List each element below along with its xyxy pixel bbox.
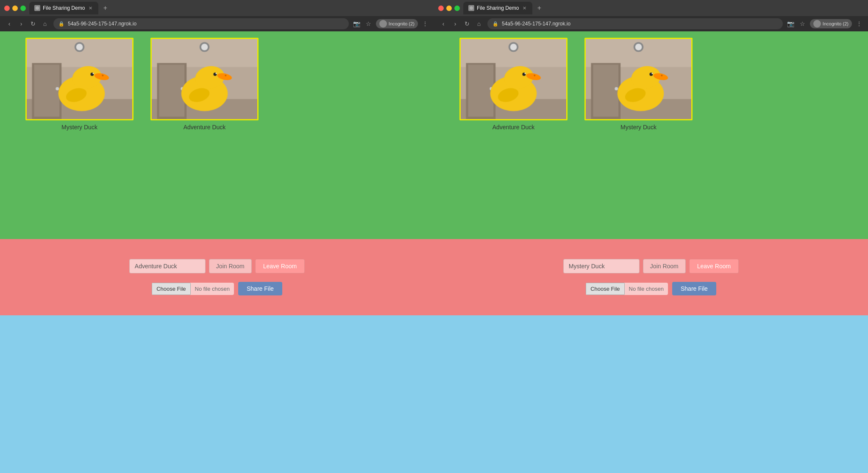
left-leave-btn[interactable]: Leave Room <box>255 259 305 273</box>
right-video-label-1: Adventure Duck <box>492 124 535 131</box>
left-video-item-1: Mystery Duck <box>25 38 134 131</box>
left-nav-buttons: ‹ › ↻ ⌂ <box>4 19 50 29</box>
right-incognito-icon <box>813 20 821 28</box>
left-lock-icon: 🔒 <box>58 21 64 27</box>
right-reload-btn[interactable]: ↻ <box>462 19 472 29</box>
right-bookmark-icon[interactable]: ☆ <box>798 19 807 28</box>
right-active-tab[interactable]: File Sharing Demo ✕ <box>463 2 532 14</box>
right-controls-section: Join Room Leave Room Choose File No file… <box>434 239 868 315</box>
right-forward-btn[interactable]: › <box>450 19 460 29</box>
left-reload-btn[interactable]: ↻ <box>28 19 38 29</box>
left-forward-btn[interactable]: › <box>16 19 26 29</box>
left-tab-favicon <box>34 5 40 11</box>
left-tab-title: File Sharing Demo <box>43 5 85 11</box>
right-join-btn[interactable]: Join Room <box>643 259 686 273</box>
svg-point-0 <box>36 6 39 10</box>
left-chat-section <box>0 315 434 473</box>
right-video-frame-2 <box>584 38 693 120</box>
left-video-frame-2 <box>150 38 259 120</box>
left-video-frame-1 <box>25 38 134 120</box>
left-menu-icon[interactable]: ⋮ <box>420 19 430 28</box>
right-tab-favicon <box>468 5 474 11</box>
left-tab-close-btn[interactable]: ✕ <box>87 5 93 11</box>
right-url-bar[interactable]: 🔒 54a5-96-245-175-147.ngrok.io <box>487 18 783 29</box>
left-room-input[interactable] <box>129 259 206 273</box>
right-chat-section <box>434 315 868 473</box>
left-title-bar: File Sharing Demo ✕ + <box>0 0 434 16</box>
left-video-label-1: Mystery Duck <box>61 124 97 131</box>
left-incognito-text: Incognito (2) <box>389 21 415 26</box>
right-incognito-badge[interactable]: Incognito (2) <box>810 19 852 28</box>
left-url-bar[interactable]: 🔒 54a5-96-245-175-147.ngrok.io <box>53 18 349 29</box>
left-browser-window: File Sharing Demo ✕ + ‹ › ↻ ⌂ 🔒 54a5-96-… <box>0 0 434 473</box>
right-video-item-1: Adventure Duck <box>459 38 568 131</box>
left-share-btn[interactable]: Share File <box>238 282 282 295</box>
right-file-controls: Choose File No file chosen Share File <box>586 282 716 295</box>
right-browser-window: File Sharing Demo ✕ + ‹ › ↻ ⌂ 🔒 54a5-96-… <box>434 0 868 473</box>
right-window-controls <box>438 6 460 11</box>
right-tab-title: File Sharing Demo <box>477 5 519 11</box>
left-cast-icon[interactable]: 📷 <box>352 19 362 28</box>
left-incognito-badge[interactable]: Incognito (2) <box>376 19 418 28</box>
right-tab-bar: File Sharing Demo ✕ + <box>463 2 864 14</box>
left-new-tab-btn[interactable]: + <box>100 3 110 13</box>
right-video-section: Adventure Duck Mystery Duck <box>434 31 868 239</box>
left-incognito-icon <box>379 20 387 28</box>
left-tab-bar: File Sharing Demo ✕ + <box>29 2 430 14</box>
left-url-text: 54a5-96-245-175-147.ngrok.io <box>68 21 136 27</box>
right-maximize-btn[interactable] <box>454 6 460 11</box>
right-file-input-wrapper: Choose File No file chosen <box>586 283 668 295</box>
left-controls-section: Join Room Leave Room Choose File No file… <box>0 239 434 315</box>
right-page-content: Adventure Duck Mystery Duck Join Room Le… <box>434 31 868 473</box>
left-video-item-2: Adventure Duck <box>150 38 259 131</box>
right-share-btn[interactable]: Share File <box>672 282 716 295</box>
right-leave-btn[interactable]: Leave Room <box>689 259 739 273</box>
left-bookmark-icon[interactable]: ☆ <box>364 19 373 28</box>
left-file-controls: Choose File No file chosen Share File <box>152 282 282 295</box>
left-video-label-2: Adventure Duck <box>184 124 226 131</box>
right-room-input[interactable] <box>563 259 640 273</box>
right-new-tab-btn[interactable]: + <box>534 3 544 13</box>
left-window-controls <box>4 6 26 11</box>
right-title-bar: File Sharing Demo ✕ + <box>434 0 868 16</box>
right-nav-buttons: ‹ › ↻ ⌂ <box>438 19 484 29</box>
right-choose-file-btn[interactable]: Choose File <box>586 283 624 295</box>
left-page-content: Mystery Duck Adventure Duck Join Room Le… <box>0 31 434 473</box>
right-video-frame-1 <box>459 38 568 120</box>
right-no-file-text: No file chosen <box>625 283 668 295</box>
right-video-label-2: Mystery Duck <box>620 124 657 131</box>
right-back-btn[interactable]: ‹ <box>438 19 448 29</box>
right-room-controls: Join Room Leave Room <box>563 259 739 273</box>
right-incognito-text: Incognito (2) <box>823 21 849 26</box>
right-lock-icon: 🔒 <box>492 21 498 27</box>
right-video-item-2: Mystery Duck <box>584 38 693 131</box>
left-address-bar: ‹ › ↻ ⌂ 🔒 54a5-96-245-175-147.ngrok.io 📷… <box>0 16 434 31</box>
left-home-btn[interactable]: ⌂ <box>40 19 50 29</box>
left-file-input-wrapper: Choose File No file chosen <box>152 283 234 295</box>
right-cast-icon[interactable]: 📷 <box>786 19 796 28</box>
svg-point-1 <box>470 6 473 10</box>
right-url-text: 54a5-96-245-175-147.ngrok.io <box>502 21 570 27</box>
right-home-btn[interactable]: ⌂ <box>474 19 484 29</box>
left-maximize-btn[interactable] <box>20 6 26 11</box>
left-back-btn[interactable]: ‹ <box>4 19 14 29</box>
left-room-controls: Join Room Leave Room <box>129 259 305 273</box>
right-minimize-btn[interactable] <box>446 6 452 11</box>
left-toolbar-icons: 📷 ☆ Incognito (2) ⋮ <box>352 19 430 28</box>
left-active-tab[interactable]: File Sharing Demo ✕ <box>29 2 98 14</box>
left-close-btn[interactable] <box>4 6 10 11</box>
right-close-btn[interactable] <box>438 6 444 11</box>
left-no-file-text: No file chosen <box>191 283 234 295</box>
left-choose-file-btn[interactable]: Choose File <box>152 283 190 295</box>
right-address-bar: ‹ › ↻ ⌂ 🔒 54a5-96-245-175-147.ngrok.io 📷… <box>434 16 868 31</box>
left-minimize-btn[interactable] <box>12 6 18 11</box>
right-menu-icon[interactable]: ⋮ <box>854 19 864 28</box>
left-join-btn[interactable]: Join Room <box>209 259 252 273</box>
right-tab-close-btn[interactable]: ✕ <box>521 5 527 11</box>
right-toolbar-icons: 📷 ☆ Incognito (2) ⋮ <box>786 19 864 28</box>
left-video-section: Mystery Duck Adventure Duck <box>0 31 434 239</box>
